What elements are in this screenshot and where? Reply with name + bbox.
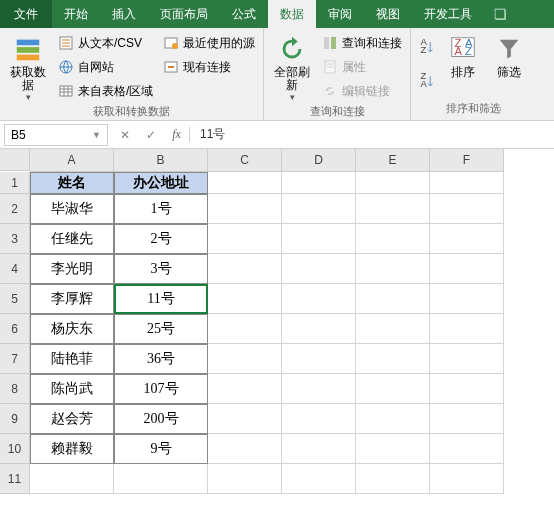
existing-conn-button[interactable]: 现有连接 — [161, 56, 257, 78]
cell-A6[interactable]: 杨庆东 — [30, 314, 114, 344]
enter-button[interactable]: ✓ — [138, 128, 164, 142]
cell-F10[interactable] — [430, 434, 504, 464]
formula-value[interactable]: 11号 — [190, 126, 235, 143]
cell-A2[interactable]: 毕淑华 — [30, 194, 114, 224]
cell-B6[interactable]: 25号 — [114, 314, 208, 344]
cell-B10[interactable]: 9号 — [114, 434, 208, 464]
cell-D5[interactable] — [282, 284, 356, 314]
cell-E8[interactable] — [356, 374, 430, 404]
cell-C11[interactable] — [208, 464, 282, 494]
name-box[interactable]: B5 ▼ — [4, 124, 108, 146]
cell-D11[interactable] — [282, 464, 356, 494]
cell-E11[interactable] — [356, 464, 430, 494]
filter-button[interactable]: 筛选 — [489, 32, 529, 96]
cell-B2[interactable]: 1号 — [114, 194, 208, 224]
cell-F6[interactable] — [430, 314, 504, 344]
col-head-D[interactable]: D — [282, 149, 356, 172]
from-table-button[interactable]: 来自表格/区域 — [56, 80, 155, 102]
cell-D4[interactable] — [282, 254, 356, 284]
cell-D1[interactable] — [282, 172, 356, 194]
cell-D2[interactable] — [282, 194, 356, 224]
col-head-E[interactable]: E — [356, 149, 430, 172]
cell-D3[interactable] — [282, 224, 356, 254]
col-head-C[interactable]: C — [208, 149, 282, 172]
row-head-1[interactable]: 1 — [0, 172, 30, 194]
recent-sources-button[interactable]: 最近使用的源 — [161, 32, 257, 54]
cell-C2[interactable] — [208, 194, 282, 224]
cancel-button[interactable]: ✕ — [112, 128, 138, 142]
cell-C1[interactable] — [208, 172, 282, 194]
cell-C10[interactable] — [208, 434, 282, 464]
queries-conn-button[interactable]: 查询和连接 — [320, 32, 404, 54]
cell-B11[interactable] — [114, 464, 208, 494]
row-head-5[interactable]: 5 — [0, 284, 30, 314]
row-head-9[interactable]: 9 — [0, 404, 30, 434]
menu-file[interactable]: 文件 — [0, 0, 52, 28]
cell-A11[interactable] — [30, 464, 114, 494]
cell-F3[interactable] — [430, 224, 504, 254]
menu-tab-0[interactable]: 开始 — [52, 0, 100, 28]
row-head-3[interactable]: 3 — [0, 224, 30, 254]
menu-tab-1[interactable]: 插入 — [100, 0, 148, 28]
cell-C8[interactable] — [208, 374, 282, 404]
cell-A9[interactable]: 赵会芳 — [30, 404, 114, 434]
cell-D8[interactable] — [282, 374, 356, 404]
cell-A8[interactable]: 陈尚武 — [30, 374, 114, 404]
cell-D9[interactable] — [282, 404, 356, 434]
cell-B9[interactable]: 200号 — [114, 404, 208, 434]
row-head-10[interactable]: 10 — [0, 434, 30, 464]
menu-tab-3[interactable]: 公式 — [220, 0, 268, 28]
cell-B4[interactable]: 3号 — [114, 254, 208, 284]
sort-asc-button[interactable]: AZ — [417, 32, 437, 62]
col-head-F[interactable]: F — [430, 149, 504, 172]
cell-E9[interactable] — [356, 404, 430, 434]
row-head-2[interactable]: 2 — [0, 194, 30, 224]
get-data-button[interactable]: 获取数 据 ▾ — [6, 32, 50, 102]
cell-F5[interactable] — [430, 284, 504, 314]
cell-E4[interactable] — [356, 254, 430, 284]
cell-A3[interactable]: 任继先 — [30, 224, 114, 254]
sort-button[interactable]: ZAAZ 排序 — [443, 32, 483, 96]
cell-B3[interactable]: 2号 — [114, 224, 208, 254]
menu-tab-2[interactable]: 页面布局 — [148, 0, 220, 28]
menu-tab-4[interactable]: 数据 — [268, 0, 316, 28]
col-head-B[interactable]: B — [114, 149, 208, 172]
cell-C6[interactable] — [208, 314, 282, 344]
menu-tab-5[interactable]: 审阅 — [316, 0, 364, 28]
tell-me-icon[interactable]: ❏ — [484, 0, 517, 28]
cell-B7[interactable]: 36号 — [114, 344, 208, 374]
cell-B8[interactable]: 107号 — [114, 374, 208, 404]
fx-button[interactable]: fx — [164, 127, 190, 142]
cell-C5[interactable] — [208, 284, 282, 314]
cell-F9[interactable] — [430, 404, 504, 434]
row-head-4[interactable]: 4 — [0, 254, 30, 284]
cell-E5[interactable] — [356, 284, 430, 314]
cell-C3[interactable] — [208, 224, 282, 254]
cell-E2[interactable] — [356, 194, 430, 224]
cell-C4[interactable] — [208, 254, 282, 284]
cell-E10[interactable] — [356, 434, 430, 464]
cell-A7[interactable]: 陆艳菲 — [30, 344, 114, 374]
row-head-11[interactable]: 11 — [0, 464, 30, 494]
cell-A10[interactable]: 赖群毅 — [30, 434, 114, 464]
cell-A1[interactable]: 姓名 — [30, 172, 114, 194]
cell-E1[interactable] — [356, 172, 430, 194]
cell-F2[interactable] — [430, 194, 504, 224]
cell-F7[interactable] — [430, 344, 504, 374]
sort-desc-button[interactable]: ZA — [417, 66, 437, 96]
row-head-7[interactable]: 7 — [0, 344, 30, 374]
col-head-A[interactable]: A — [30, 149, 114, 172]
cell-F4[interactable] — [430, 254, 504, 284]
cell-B1[interactable]: 办公地址 — [114, 172, 208, 194]
cell-A5[interactable]: 李厚辉 — [30, 284, 114, 314]
row-head-6[interactable]: 6 — [0, 314, 30, 344]
row-head-8[interactable]: 8 — [0, 374, 30, 404]
cell-F8[interactable] — [430, 374, 504, 404]
from-web-button[interactable]: 自网站 — [56, 56, 155, 78]
cell-F11[interactable] — [430, 464, 504, 494]
menu-tab-6[interactable]: 视图 — [364, 0, 412, 28]
select-all-corner[interactable] — [0, 149, 30, 171]
cell-C9[interactable] — [208, 404, 282, 434]
cell-D7[interactable] — [282, 344, 356, 374]
cell-E3[interactable] — [356, 224, 430, 254]
